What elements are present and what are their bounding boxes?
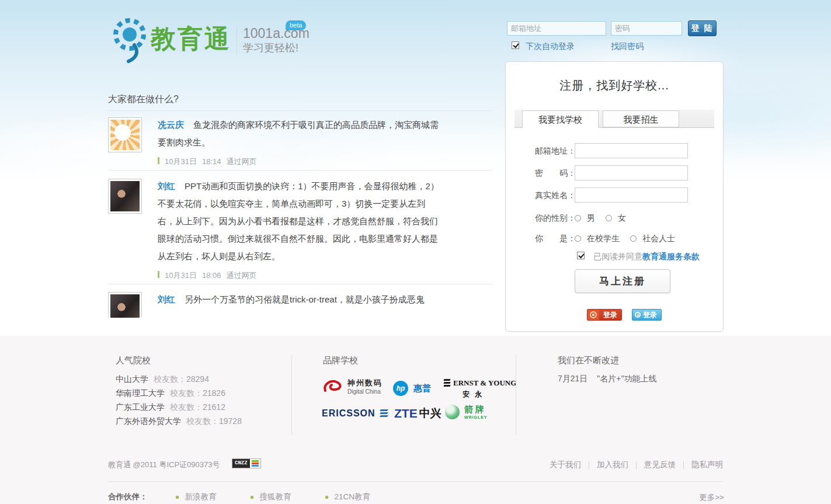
digital-china-logo[interactable]: 神州数码 Digital China bbox=[322, 378, 383, 395]
list-item: 华南理工大学校友数：21826 bbox=[116, 386, 242, 400]
ernst-young-logo[interactable]: ERNST & YOUNG 安永 bbox=[444, 378, 516, 399]
wrigley-logo[interactable]: 箭牌 WRIGLEY bbox=[445, 404, 488, 419]
improvements-title: 我们在不断改进 bbox=[558, 355, 619, 366]
ey-cn: 安永 bbox=[463, 390, 516, 399]
post-author-link[interactable]: 刘红 bbox=[158, 181, 175, 191]
register-submit-button[interactable]: 马上注册 bbox=[575, 269, 670, 293]
avatar-image bbox=[110, 294, 140, 318]
realname-label: 真实姓名： bbox=[535, 187, 576, 203]
role-options: 在校学生 社会人士 bbox=[575, 231, 686, 246]
role-student-radio[interactable] bbox=[575, 235, 581, 242]
school-name-link[interactable]: 华南理工大学 bbox=[116, 388, 165, 398]
digital-china-en: Digital China bbox=[347, 388, 383, 395]
feed-post: 刘红另外一个万圣节的习俗就是trick-or-treat，就是小孩子扮成恶鬼 bbox=[108, 291, 493, 318]
post-via: 通过网页 bbox=[226, 271, 256, 280]
divider bbox=[108, 284, 492, 284]
popular-schools-title: 人气院校 bbox=[116, 355, 151, 366]
agree-terms-checkbox[interactable] bbox=[577, 252, 585, 259]
partner-link-sina[interactable]: 新浪教育 bbox=[176, 492, 217, 502]
ericsson-en: ERICSSON bbox=[322, 408, 375, 419]
avatar-image bbox=[110, 181, 140, 211]
login-button[interactable]: 登 陆 bbox=[688, 20, 717, 36]
ericsson-bars-icon bbox=[380, 409, 388, 418]
partner-link-21cn[interactable]: 21CN教育 bbox=[325, 492, 371, 502]
register-realname-input[interactable] bbox=[575, 187, 688, 203]
footer-link-about[interactable]: 关于我们 bbox=[550, 460, 581, 470]
zte-en: ZTE bbox=[394, 406, 418, 420]
ey-mark-icon bbox=[444, 379, 450, 388]
tab-recruit[interactable]: 我要招生 bbox=[603, 110, 679, 127]
hp-logo[interactable]: hp 惠普 bbox=[393, 381, 431, 396]
gender-male-label[interactable]: 男 bbox=[587, 210, 595, 225]
weibo-login-label: 登录 bbox=[599, 310, 621, 320]
avatar[interactable] bbox=[108, 292, 142, 318]
role-social-label[interactable]: 社会人士 bbox=[642, 231, 675, 246]
post-meta: 10月31日18:06通过网页 bbox=[158, 267, 442, 284]
school-name-link[interactable]: 中山大学 bbox=[116, 374, 148, 384]
post-text: 另外一个万圣节的习俗就是trick-or-treat，就是小孩子扮成恶鬼 bbox=[185, 294, 425, 304]
divider bbox=[237, 26, 237, 55]
cnzz-badge[interactable]: CNZZ bbox=[232, 458, 261, 468]
brand-schools-title: 品牌学校 bbox=[323, 355, 358, 366]
school-name-link[interactable]: 广东工业大学 bbox=[116, 402, 165, 412]
divider bbox=[516, 354, 516, 435]
footer-link-feedback[interactable]: 意见反馈 bbox=[644, 460, 676, 470]
role-social-radio[interactable] bbox=[630, 235, 637, 242]
cnzz-label: CNZZ bbox=[232, 459, 250, 468]
feed-post: 刘红PPT动画和页面切换的诀窍：1）不要用声音，会显得很幼稚，2）不要太花俏，以… bbox=[108, 178, 493, 284]
partner-link-sohu[interactable]: 搜狐教育 bbox=[251, 492, 291, 502]
digital-china-swirl-icon bbox=[322, 378, 344, 395]
avatar[interactable] bbox=[108, 117, 142, 152]
email-label: 邮箱地址： bbox=[535, 143, 576, 158]
page: 教育通 1001a.com beta 学习更轻松! 登 陆 下次自动登录 找回密… bbox=[0, 0, 831, 504]
brand-name[interactable]: 教育通 bbox=[151, 22, 231, 56]
auto-login-checkbox[interactable] bbox=[512, 41, 519, 49]
wrigley-globe-icon bbox=[445, 405, 460, 419]
school-name-link[interactable]: 广东外语外贸大学 bbox=[116, 416, 181, 426]
avatar[interactable] bbox=[108, 179, 142, 214]
gender-female-radio[interactable] bbox=[606, 215, 612, 221]
gender-male-radio[interactable] bbox=[575, 215, 581, 221]
ericsson-logo[interactable]: ERICSSON bbox=[322, 408, 388, 419]
zte-logo[interactable]: ZTE 中兴 bbox=[394, 406, 441, 421]
alumni-label: 校友数： bbox=[170, 402, 203, 412]
role-student-label[interactable]: 在校学生 bbox=[587, 231, 620, 246]
password-label: 密 码： bbox=[535, 165, 576, 180]
register-password-input[interactable] bbox=[575, 165, 688, 180]
cnzz-stripes-icon bbox=[250, 459, 260, 468]
more-link[interactable]: 更多>> bbox=[699, 492, 724, 503]
login-password-input[interactable] bbox=[611, 21, 682, 36]
register-title: 注册，找到好学校... bbox=[506, 78, 723, 93]
post-time: 18:14 bbox=[202, 157, 221, 166]
alumni-count: 21612 bbox=[203, 402, 225, 412]
weibo-login-button[interactable]: 登录 bbox=[587, 309, 622, 321]
forgot-password-link[interactable]: 找回密码 bbox=[611, 41, 644, 52]
copyright-text: 教育通 @2011 粤ICP证090373号 bbox=[108, 460, 220, 470]
footer-link-join[interactable]: 加入我们 bbox=[597, 460, 628, 470]
register-panel: 注册，找到好学校... 我要找学校 我要招生 邮箱地址： 密 码： 真实姓名： … bbox=[505, 61, 724, 332]
tab-find-school[interactable]: 我要找学校 bbox=[522, 110, 599, 128]
register-email-input[interactable] bbox=[575, 143, 688, 158]
auto-login-label[interactable]: 下次自动登录 bbox=[526, 41, 575, 52]
login-email-input[interactable] bbox=[507, 21, 606, 36]
feed-post: 冼云庆鱼龙混杂的商家环境不利于吸引真正的高品质品牌，淘宝商城需要割肉求生。 10… bbox=[108, 116, 493, 171]
divider bbox=[291, 354, 292, 435]
weibo-icon bbox=[587, 309, 599, 321]
terms-link[interactable]: 教育通服务条款 bbox=[642, 252, 700, 261]
post-time: 18:06 bbox=[202, 271, 221, 280]
tencent-login-button[interactable]: 登录 bbox=[632, 309, 662, 321]
post-author-link[interactable]: 冼云庆 bbox=[158, 120, 184, 130]
divider bbox=[108, 481, 723, 482]
improvement-item: 7月21日"名片+"功能上线 bbox=[558, 374, 656, 384]
role-label: 你 是： bbox=[535, 231, 576, 246]
digital-china-cn: 神州数码 bbox=[347, 378, 383, 388]
alumni-label: 校友数： bbox=[170, 388, 203, 398]
magnifier-logo-icon bbox=[112, 17, 148, 66]
footer-link-privacy[interactable]: 隐私声明 bbox=[691, 460, 723, 470]
alumni-count: 28294 bbox=[186, 374, 209, 384]
partners-label: 合作伙伴： bbox=[108, 492, 148, 502]
bullet-icon bbox=[251, 496, 253, 499]
gender-female-label[interactable]: 女 bbox=[618, 210, 626, 225]
divider bbox=[108, 170, 492, 171]
post-author-link[interactable]: 刘红 bbox=[158, 294, 175, 304]
